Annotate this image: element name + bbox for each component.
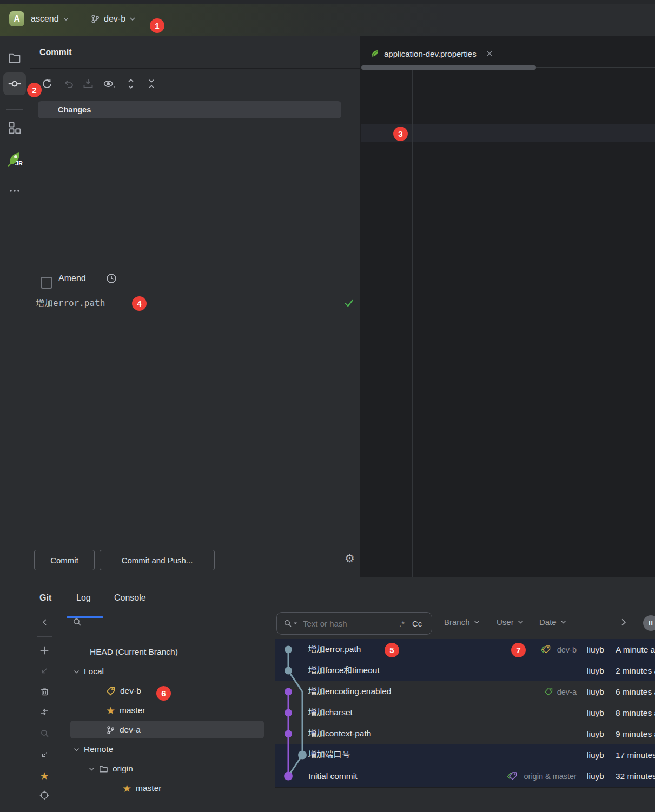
code-line[interactable]: 5 — [361, 142, 655, 159]
divider — [37, 636, 52, 637]
branch-group-remote[interactable]: Remote — [74, 740, 113, 759]
close-icon[interactable] — [486, 50, 493, 57]
changes-section-header[interactable]: Changes — [38, 101, 341, 118]
amend-label[interactable]: Amend — [58, 274, 86, 283]
intellisort-button[interactable]: II — [643, 615, 655, 631]
search-icon[interactable] — [283, 619, 297, 628]
commit-row[interactable]: 增加context-path liuyb 9 minutes ago — [275, 723, 655, 744]
branch-search-icon[interactable] — [72, 617, 82, 627]
annotation-badge-4: 4 — [132, 296, 147, 311]
delete-branch-button[interactable] — [37, 684, 51, 698]
chevron-down-icon — [63, 17, 69, 21]
annotation-badge-5: 5 — [385, 643, 399, 657]
commit-refs: origin & master — [507, 766, 577, 787]
commit-panel-title: Commit — [39, 48, 72, 57]
favorites-filter-button[interactable]: ★ — [37, 769, 51, 783]
git-branch-icon — [106, 726, 115, 735]
chevron-right-icon[interactable] — [621, 618, 626, 627]
project-switcher[interactable]: ascend — [31, 11, 69, 27]
editor-tab-title: application-dev.properties — [384, 49, 477, 58]
refresh-button[interactable] — [40, 77, 54, 91]
checkout-arrow-button[interactable] — [37, 664, 51, 678]
code-line[interactable]: 2 server.servlet.encoding.force=true — [361, 88, 655, 106]
regex-toggle[interactable]: .* — [399, 619, 405, 628]
star-icon: ★ — [122, 783, 131, 794]
chevron-down-icon — [129, 17, 136, 21]
main-toolbar: A ascend dev-b — [0, 4, 655, 36]
commit-graph — [275, 639, 313, 787]
annotation-badge-6: 6 — [156, 686, 171, 701]
fetch-button[interactable] — [37, 705, 51, 719]
focus-current-commit-button[interactable] — [37, 788, 51, 802]
divider — [6, 109, 23, 110]
divider — [275, 787, 655, 788]
commit-options-gear-button[interactable]: ⚙ — [345, 553, 355, 564]
ellipsis-icon — [9, 189, 20, 192]
folder-icon — [99, 764, 108, 774]
editor-tab[interactable]: application-dev.properties — [370, 43, 493, 64]
checks-passed-icon — [344, 298, 354, 308]
chevron-down-icon — [74, 670, 80, 674]
commit-row[interactable]: 增加charset liuyb 8 minutes ago — [275, 702, 655, 723]
user-filter[interactable]: User — [497, 617, 524, 627]
annotation-badge-7: 7 — [511, 643, 526, 657]
spring-properties-icon — [370, 49, 380, 58]
commit-row[interactable]: 增加端口号 liuyb 17 minutes ago — [275, 744, 655, 766]
commit-row[interactable]: 增加error.path dev-b liuyb A minute ago — [275, 639, 655, 660]
structure-tool-button[interactable] — [3, 116, 26, 139]
project-tool-button[interactable] — [3, 46, 26, 69]
commit-log-table: 增加error.path dev-b liuyb A minute ago 增加… — [275, 639, 655, 787]
branch-group-origin[interactable]: origin — [89, 759, 133, 778]
branch-row-master[interactable]: ★ master — [106, 701, 145, 720]
shelve-button[interactable] — [81, 77, 95, 91]
commit-row[interactable]: 增加encoding.enabled dev-a liuyb 6 minutes… — [275, 681, 655, 702]
jrebel-rocket-icon: JR — [5, 149, 24, 168]
star-icon: ★ — [39, 771, 49, 781]
jrebel-tool-button[interactable]: JR — [3, 147, 26, 170]
tab-console[interactable]: Console — [114, 593, 146, 603]
commit-tool-button[interactable] — [3, 72, 26, 95]
collapse-all-button[interactable] — [144, 77, 158, 91]
match-case-toggle[interactable]: Cc — [412, 619, 422, 628]
commit-button[interactable]: Commit — [34, 550, 95, 570]
code-line[interactable]: 1 server.port=99090 — [361, 70, 655, 88]
annotation-badge-2: 2 — [27, 83, 42, 97]
git-panel-label: Git — [39, 593, 51, 603]
code-line[interactable]: 3 server.servlet.session.timeout=30m — [361, 106, 655, 124]
hide-toolbar-button[interactable] — [37, 615, 51, 629]
log-search-input[interactable] — [302, 618, 385, 629]
date-filter[interactable]: Date — [539, 617, 566, 627]
branch-row-dev-a[interactable]: dev-a — [106, 720, 141, 740]
project-avatar[interactable]: A — [9, 11, 24, 26]
divider — [61, 635, 275, 635]
divider — [536, 67, 655, 68]
log-search-box[interactable]: .* Cc — [276, 612, 432, 635]
go-to-hash-button[interactable] — [37, 748, 51, 762]
commit-and-push-button[interactable]: Commit and Push... — [100, 550, 215, 570]
new-branch-button[interactable] — [37, 643, 51, 657]
branch-switcher[interactable]: dev-b — [90, 11, 136, 27]
branch-row-head[interactable]: HEAD (Current Branch) — [90, 642, 178, 662]
branch-group-local[interactable]: Local — [74, 662, 104, 681]
annotation-badge-1: 1 — [150, 18, 164, 33]
editor-hscrollbar-thumb[interactable] — [361, 65, 536, 70]
commit-row[interactable]: Initial commit origin & master liuyb 32 … — [275, 766, 655, 787]
commit-message-history-button[interactable] — [106, 273, 117, 284]
amend-checkbox[interactable] — [41, 277, 52, 289]
commit-refs: dev-a — [543, 681, 577, 702]
view-options-button[interactable] — [102, 77, 116, 91]
branch-row-origin-master[interactable]: ★ master — [122, 778, 161, 798]
chevron-down-icon — [89, 767, 95, 771]
commit-message-input[interactable]: 增加error.path — [36, 298, 328, 309]
more-tools-button[interactable] — [3, 179, 26, 202]
search-hash-button[interactable] — [37, 726, 51, 740]
expand-all-button[interactable] — [124, 77, 138, 91]
commit-refs: dev-b — [540, 639, 577, 660]
rollback-button[interactable] — [62, 77, 76, 91]
branch-row-dev-b[interactable]: dev-b — [105, 681, 141, 701]
branch-filter[interactable]: Branch — [444, 617, 480, 627]
tab-log[interactable]: Log — [76, 593, 91, 603]
divider — [30, 295, 360, 295]
ide-window: { "header": { "avatar": "A", "project": … — [0, 0, 655, 812]
commit-row[interactable]: 增加force和timeout liuyb 2 minutes ago — [275, 660, 655, 681]
